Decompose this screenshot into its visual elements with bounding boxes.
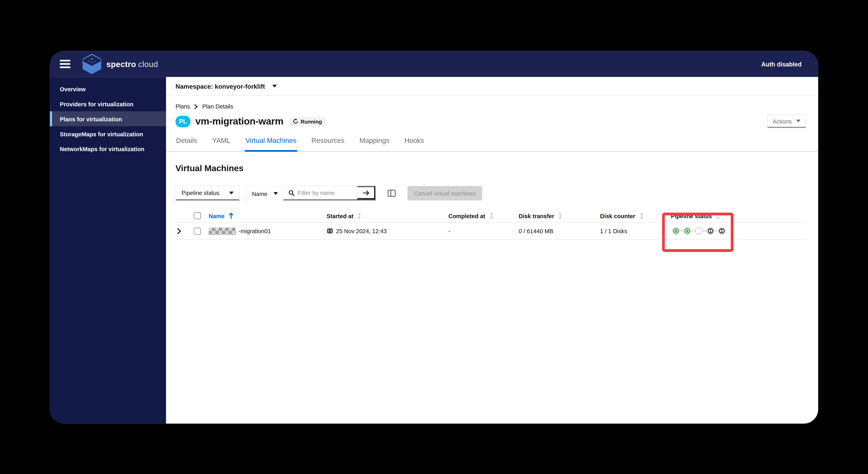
vm-toolbar: Pipeline status Name bbox=[176, 185, 806, 201]
caret-down-icon bbox=[229, 191, 234, 194]
select-all-checkbox[interactable] bbox=[194, 212, 201, 219]
redacted-name-prefix bbox=[209, 227, 236, 235]
page-title: vm-migration-warm bbox=[195, 116, 283, 127]
sidebar-item-storagemaps[interactable]: StorageMaps for virtualization bbox=[50, 126, 166, 141]
pipeline-steps-indicator bbox=[671, 227, 727, 235]
started-at-cell: 25 Nov 2024, 12:43 bbox=[327, 228, 448, 234]
brand: spectrocloud bbox=[83, 54, 158, 74]
pipeline-step-done-icon bbox=[684, 227, 691, 234]
breadcrumb: Plans Plan Details bbox=[176, 103, 806, 110]
breadcrumb-plan-details: Plan Details bbox=[202, 103, 233, 110]
caret-down-icon bbox=[273, 192, 278, 195]
tab-bar: Details YAML Virtual Machines Resources … bbox=[166, 136, 818, 152]
disk-transfer-cell: 0 / 61440 MB bbox=[519, 228, 600, 234]
breadcrumb-plans[interactable]: Plans bbox=[176, 103, 190, 110]
caret-down-icon bbox=[796, 120, 801, 122]
column-header-completed-at-label: Completed at bbox=[448, 212, 485, 219]
auth-status-label: Auth disabled bbox=[762, 61, 802, 67]
tab-yaml[interactable]: YAML bbox=[212, 136, 231, 152]
column-header-name-label: Name bbox=[209, 212, 224, 219]
sidebar-item-providers[interactable]: Providers for virtualization bbox=[50, 96, 166, 111]
main-panel: Namespace: konveyor-forklift Plans Plan … bbox=[166, 77, 818, 424]
sort-both-icon bbox=[639, 212, 644, 219]
brand-text: spectrocloud bbox=[106, 59, 158, 68]
column-header-disk-counter-label: Disk counter bbox=[600, 212, 635, 219]
actions-label: Actions bbox=[773, 118, 792, 124]
sidebar-item-plans[interactable]: Plans for virtualization bbox=[50, 111, 166, 126]
column-header-pipeline-status[interactable]: Pipeline status bbox=[671, 212, 742, 219]
status-label: Running bbox=[301, 118, 322, 124]
hamburger-menu-icon[interactable] bbox=[60, 60, 70, 68]
disk-counter-value: 1 / 1 Disks bbox=[600, 228, 627, 234]
row-checkbox[interactable] bbox=[194, 227, 201, 235]
tab-hooks[interactable]: Hooks bbox=[404, 136, 425, 152]
expand-cell bbox=[176, 228, 194, 234]
brand-secondary: cloud bbox=[138, 59, 158, 68]
column-header-disk-counter[interactable]: Disk counter bbox=[600, 212, 671, 219]
globe-timezone-icon bbox=[327, 228, 333, 234]
table-row: -migration01 25 Nov 2024, 12:43 - bbox=[176, 222, 806, 240]
sort-ascending-icon bbox=[228, 212, 234, 219]
filter-by-name-input[interactable] bbox=[298, 189, 353, 196]
column-header-completed-at[interactable]: Completed at bbox=[448, 212, 519, 219]
sort-both-icon bbox=[558, 212, 563, 219]
completed-at-cell: - bbox=[448, 228, 519, 234]
actions-button[interactable]: Actions bbox=[767, 115, 806, 128]
cancel-virtual-machines-button[interactable]: Cancel virtual machines bbox=[407, 186, 483, 200]
sidebar-nav: Overview Providers for virtualization Pl… bbox=[50, 77, 166, 424]
tab-mappings[interactable]: Mappings bbox=[359, 136, 390, 152]
namespace-label: Namespace: konveyor-forklift bbox=[176, 83, 265, 89]
brand-primary: spectro bbox=[106, 59, 136, 68]
tab-content: Virtual Machines Pipeline status Name bbox=[166, 152, 818, 240]
row-expand-button[interactable] bbox=[176, 228, 181, 234]
namespace-selector[interactable]: Namespace: konveyor-forklift bbox=[166, 77, 818, 96]
column-header-started-at[interactable]: Started at bbox=[327, 212, 448, 219]
filter-select-label: Pipeline status bbox=[182, 189, 219, 196]
column-header-disk-transfer[interactable]: Disk transfer bbox=[519, 212, 600, 219]
pipeline-status-cell bbox=[671, 227, 742, 235]
disk-counter-cell: 1 / 1 Disks bbox=[600, 228, 671, 234]
vm-name-suffix: -migration01 bbox=[239, 228, 271, 234]
caret-down-icon bbox=[272, 85, 277, 87]
spectro-cloud-logo-icon bbox=[83, 54, 101, 74]
search-icon bbox=[288, 189, 294, 196]
chevron-right-icon bbox=[177, 228, 181, 234]
row-select-cell bbox=[194, 227, 209, 235]
sort-both-icon bbox=[357, 212, 362, 219]
vm-table: Name Started at bbox=[176, 209, 806, 240]
pipeline-step-pending-icon bbox=[707, 227, 714, 234]
attr-select-label: Name bbox=[252, 190, 268, 197]
search-group: Name bbox=[246, 185, 376, 201]
status-badge: Running bbox=[289, 117, 327, 126]
table-header-row: Name Started at bbox=[176, 209, 806, 222]
plan-kind-badge: PL bbox=[176, 116, 190, 127]
column-management-button[interactable] bbox=[388, 189, 396, 197]
select-all-cell bbox=[194, 212, 209, 219]
sidebar-item-networkmaps[interactable]: NetworkMaps for virtualization bbox=[50, 141, 166, 156]
tab-details[interactable]: Details bbox=[176, 136, 197, 152]
sort-both-icon bbox=[716, 212, 720, 219]
sidebar-item-overview[interactable]: Overview bbox=[50, 82, 166, 96]
title-row: PL vm-migration-warm Running bbox=[176, 115, 806, 128]
app-header: spectrocloud Auth disabled bbox=[50, 51, 818, 77]
sort-both-icon bbox=[489, 212, 493, 219]
disk-transfer-value: 0 / 61440 MB bbox=[519, 228, 553, 234]
completed-at-value: - bbox=[448, 228, 451, 234]
pipeline-step-pending-icon bbox=[718, 227, 725, 234]
search-submit-button[interactable] bbox=[357, 186, 375, 199]
column-header-name[interactable]: Name bbox=[209, 212, 327, 219]
pipeline-status-filter-select[interactable]: Pipeline status bbox=[176, 185, 240, 201]
tab-resources[interactable]: Resources bbox=[311, 136, 345, 152]
arrow-right-icon bbox=[363, 189, 370, 196]
column-header-disk-transfer-label: Disk transfer bbox=[519, 212, 554, 219]
search-attribute-select[interactable]: Name bbox=[247, 186, 283, 201]
search-box bbox=[283, 186, 357, 199]
column-header-pipeline-status-label: Pipeline status bbox=[671, 212, 712, 219]
tab-virtual-machines[interactable]: Virtual Machines bbox=[245, 136, 297, 152]
vm-name-cell: -migration01 bbox=[209, 227, 327, 235]
pipeline-step-empty-icon bbox=[695, 227, 703, 234]
section-heading: Virtual Machines bbox=[176, 163, 806, 173]
chevron-right-icon bbox=[194, 104, 198, 109]
columns-icon bbox=[388, 189, 396, 197]
started-at-value: 25 Nov 2024, 12:43 bbox=[336, 228, 387, 234]
